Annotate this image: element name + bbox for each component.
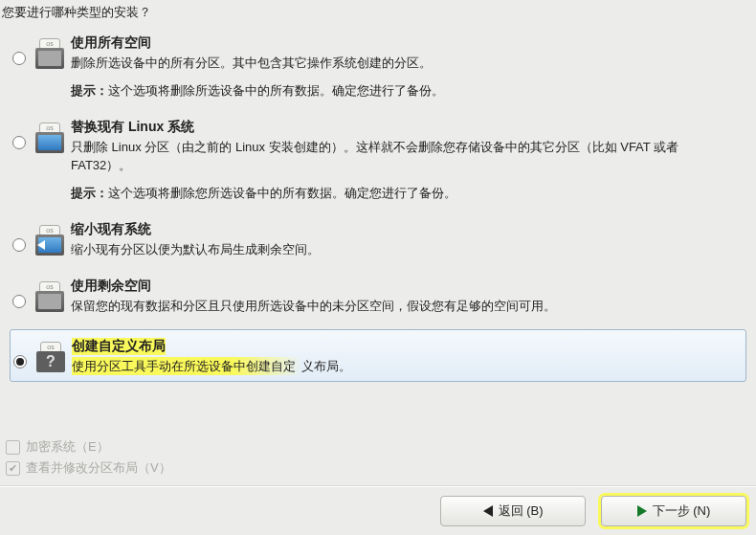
checkbox-label: 加密系统（E） bbox=[26, 438, 109, 456]
arrow-right-icon bbox=[637, 505, 647, 517]
radio-custom-layout[interactable] bbox=[13, 355, 27, 368]
disk-icon: os bbox=[29, 115, 71, 155]
radio-shrink-system[interactable] bbox=[12, 238, 26, 252]
option-desc: 使用分区工具手动在所选设备中创建自定义布局。 bbox=[72, 357, 736, 376]
encrypt-system-checkbox: 加密系统（E） bbox=[6, 438, 109, 456]
checkbox-icon: ✔ bbox=[6, 461, 20, 476]
install-type-options: os 使用所有空间 删除所选设备中的所有分区。其中包含其它操作系统创建的分区。 … bbox=[10, 27, 746, 382]
divider bbox=[0, 485, 756, 487]
radio-use-free-space[interactable] bbox=[12, 295, 26, 308]
option-warning: 提示：这个选项将删除您所选设备中的所有数据。确定您进行了备份。 bbox=[71, 185, 737, 202]
option-use-all-space[interactable]: os 使用所有空间 删除所选设备中的所有分区。其中包含其它操作系统创建的分区。 … bbox=[10, 27, 746, 111]
arrow-left-icon bbox=[483, 505, 493, 517]
disk-icon: os bbox=[29, 217, 71, 257]
radio-replace-linux[interactable] bbox=[12, 136, 26, 149]
option-title: 替换现有 Linux 系统 bbox=[71, 119, 737, 136]
option-custom-layout[interactable]: os ? 创建自定义布局 使用分区工具手动在所选设备中创建自定义布局。 bbox=[10, 329, 746, 383]
next-button[interactable]: 下一步 (N) bbox=[601, 496, 746, 526]
option-title: 使用剩余空间 bbox=[71, 278, 737, 295]
disk-icon: os bbox=[29, 31, 71, 71]
option-replace-linux[interactable]: os 替换现有 Linux 系统 只删除 Linux 分区（由之前的 Linux… bbox=[10, 111, 746, 213]
option-desc: 只删除 Linux 分区（由之前的 Linux 安装创建的）。这样就不会删除您存… bbox=[71, 138, 737, 175]
option-shrink-system[interactable]: os 缩小现有系统 缩小现有分区以便为默认布局生成剩余空间。 bbox=[10, 213, 746, 271]
checkbox-label: 查看并修改分区布局（V） bbox=[26, 459, 171, 477]
disk-icon: os bbox=[29, 274, 71, 314]
button-label: 返回 (B) bbox=[499, 502, 544, 520]
option-title: 创建自定义布局 bbox=[72, 338, 736, 355]
option-desc: 保留您的现有数据和分区且只使用所选设备中的未分区空间，假设您有足够的空间可用。 bbox=[71, 297, 737, 316]
option-use-free-space[interactable]: os 使用剩余空间 保留您的现有数据和分区且只使用所选设备中的未分区空间，假设您… bbox=[10, 270, 746, 327]
button-label: 下一步 (N) bbox=[653, 502, 711, 520]
option-title: 使用所有空间 bbox=[71, 34, 737, 52]
review-layout-checkbox: ✔ 查看并修改分区布局（V） bbox=[6, 459, 171, 477]
back-button[interactable]: 返回 (B) bbox=[440, 496, 586, 526]
option-desc: 删除所选设备中的所有分区。其中包含其它操作系统创建的分区。 bbox=[71, 54, 737, 73]
question-mark-icon: os ? bbox=[30, 334, 72, 374]
option-title: 缩小现有系统 bbox=[71, 221, 737, 238]
option-warning: 提示：这个选项将删除所选设备中的所有数据。确定您进行了备份。 bbox=[71, 82, 737, 100]
option-desc: 缩小现有分区以便为默认布局生成剩余空间。 bbox=[71, 240, 737, 259]
radio-use-all-space[interactable] bbox=[12, 52, 26, 65]
button-row: 返回 (B) 下一步 (N) bbox=[440, 496, 746, 526]
checkbox-icon bbox=[6, 440, 20, 455]
page-title: 您要进行哪种类型的安装？ bbox=[2, 4, 151, 21]
